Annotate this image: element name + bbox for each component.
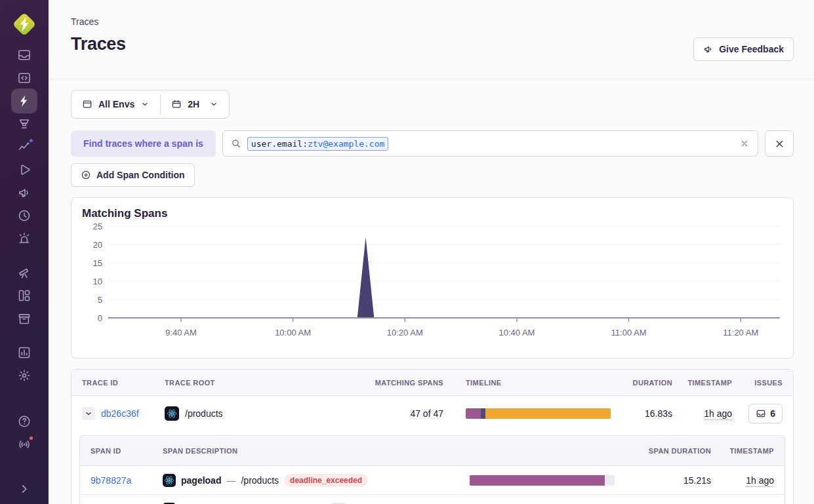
sidebar-item-replays[interactable] [17, 163, 31, 177]
timerange-selector[interactable]: 2H [161, 90, 229, 118]
search-token-key: user.email: [251, 139, 308, 149]
span-condition-chip: Find traces where a span is [71, 130, 216, 157]
notification-dot [28, 138, 34, 144]
search-token[interactable]: user.email:ztv@example.com [247, 137, 389, 151]
react-icon [165, 406, 179, 421]
sidebar-item-releases[interactable] [17, 208, 31, 223]
col-span-id: SPAN ID [91, 447, 163, 455]
projects-icon [17, 71, 31, 85]
help-icon [17, 414, 31, 429]
calendar-icon [171, 99, 182, 109]
sidebar-item-alerts[interactable] [17, 231, 31, 246]
col-trace-id: TRACE ID [82, 379, 165, 387]
svg-text:11:00 AM: 11:00 AM [611, 328, 647, 338]
plus-circle-icon [81, 170, 91, 180]
sidebar-item-profiling[interactable] [17, 117, 31, 131]
discover-icon [17, 265, 31, 280]
crons-icon [17, 311, 31, 326]
svg-text:10: 10 [93, 277, 102, 286]
svg-text:9:40 AM: 9:40 AM [165, 328, 197, 338]
svg-text:10:40 AM: 10:40 AM [499, 328, 535, 338]
settings-icon [17, 368, 31, 383]
issues-icon [756, 408, 766, 419]
span-duration: 15.21s [615, 475, 711, 486]
environment-label: All Envs [98, 99, 134, 109]
trace-duration: 16.83s [611, 408, 672, 419]
trace-issues-button[interactable]: 6 [748, 404, 783, 423]
main-area: Traces Traces Give Feedback All Envs [49, 0, 814, 504]
sidebar-item-stats[interactable] [17, 345, 31, 360]
sidebar-item-settings[interactable] [17, 368, 31, 383]
profiling-icon [17, 117, 31, 131]
sidebar-item-projects[interactable] [17, 71, 31, 85]
notification-dot [28, 435, 34, 441]
spans-table: SPAN ID SPAN DESCRIPTION SPAN DURATION T… [79, 435, 785, 504]
sidebar-item-issues[interactable] [17, 48, 31, 62]
sidebar-nav [0, 48, 49, 452]
sidebar-item-dashboards[interactable] [17, 288, 31, 303]
page-title: Traces [71, 34, 126, 54]
col-matching-spans: MATCHING SPANS [370, 379, 443, 387]
collapse-trace-button[interactable] [82, 407, 95, 420]
page-header: Traces Traces Give Feedback [49, 0, 814, 79]
chevron-down-icon [209, 100, 218, 109]
svg-text:15: 15 [93, 258, 102, 268]
sidebar-item-user-feedback[interactable] [17, 185, 31, 200]
svg-text:0: 0 [98, 313, 102, 323]
svg-text:10:20 AM: 10:20 AM [387, 328, 423, 338]
clear-search-icon[interactable] [739, 138, 750, 149]
chevron-down-icon [85, 410, 92, 417]
svg-text:10:00 AM: 10:00 AM [275, 328, 311, 338]
react-icon [163, 474, 176, 487]
sentry-logo[interactable] [0, 0, 49, 37]
sidebar-item-whats-new[interactable] [17, 437, 31, 452]
replays-icon [17, 163, 31, 177]
col-span-duration: SPAN DURATION [615, 447, 711, 455]
sidebar-item-crons[interactable] [17, 311, 31, 326]
sidebar-item-help[interactable] [17, 414, 31, 429]
timerange-label: 2H [188, 99, 199, 109]
spans-table-header: SPAN ID SPAN DESCRIPTION SPAN DURATION T… [80, 436, 784, 466]
search-icon [231, 138, 241, 149]
add-span-condition-button[interactable]: Add Span Condition [71, 163, 195, 187]
trace-issues-count: 6 [770, 408, 775, 419]
feedback-icon [17, 185, 31, 200]
col-span-description: SPAN DESCRIPTION [163, 447, 470, 455]
trace-id-link[interactable]: db26c36f [101, 408, 139, 419]
query-builder-row: Find traces where a span is user.email:z… [71, 130, 794, 157]
megaphone-icon [703, 44, 714, 54]
close-icon [774, 138, 785, 149]
environment-selector[interactable]: All Envs [71, 90, 160, 118]
give-feedback-button[interactable]: Give Feedback [693, 37, 794, 61]
sidebar [0, 0, 49, 504]
svg-text:5: 5 [98, 295, 102, 305]
col-timeline: TIMELINE [443, 379, 611, 387]
sidebar-collapse-button[interactable] [17, 482, 31, 496]
chevron-right-icon [17, 482, 31, 496]
svg-text:11:20 AM: 11:20 AM [723, 328, 758, 338]
matching-spans-panel: Matching Spans 05101520259:40 AM10:00 AM… [71, 197, 794, 359]
trace-row: db26c36f /products 47 of 47 16.83s 1h ag… [71, 396, 793, 431]
sidebar-item-insights[interactable] [17, 140, 31, 154]
col-trace-root: TRACE ROOT [165, 379, 370, 387]
sidebar-item-discover[interactable] [17, 265, 31, 280]
sidebar-item-explore-traces[interactable] [11, 88, 37, 113]
span-row: b7a7e441 py http.server — GET /organizat… [80, 495, 784, 504]
trace-timeline-bar [466, 408, 611, 419]
filter-bar: All Envs 2H [71, 90, 230, 119]
span-id-link[interactable]: 9b78827a [91, 475, 131, 486]
close-search-button[interactable] [765, 130, 794, 157]
span-timestamp: 1h ago [746, 475, 774, 487]
breadcrumb[interactable]: Traces [71, 16, 98, 27]
matching-spans-count: 47 of 47 [370, 408, 443, 419]
chevron-down-icon [140, 100, 150, 109]
window-icon [82, 99, 92, 109]
page-content: All Envs 2H Find traces where a span is … [49, 79, 814, 504]
chart-title: Matching Spans [82, 207, 783, 220]
alerts-icon [17, 231, 31, 246]
col-issues: ISSUES [732, 379, 783, 387]
span-description: /products [241, 475, 279, 486]
traces-table-header: TRACE ID TRACE ROOT MATCHING SPANS TIMEL… [71, 370, 793, 396]
span-search-input[interactable]: user.email:ztv@example.com [222, 130, 758, 157]
add-span-condition-label: Add Span Condition [96, 170, 185, 180]
